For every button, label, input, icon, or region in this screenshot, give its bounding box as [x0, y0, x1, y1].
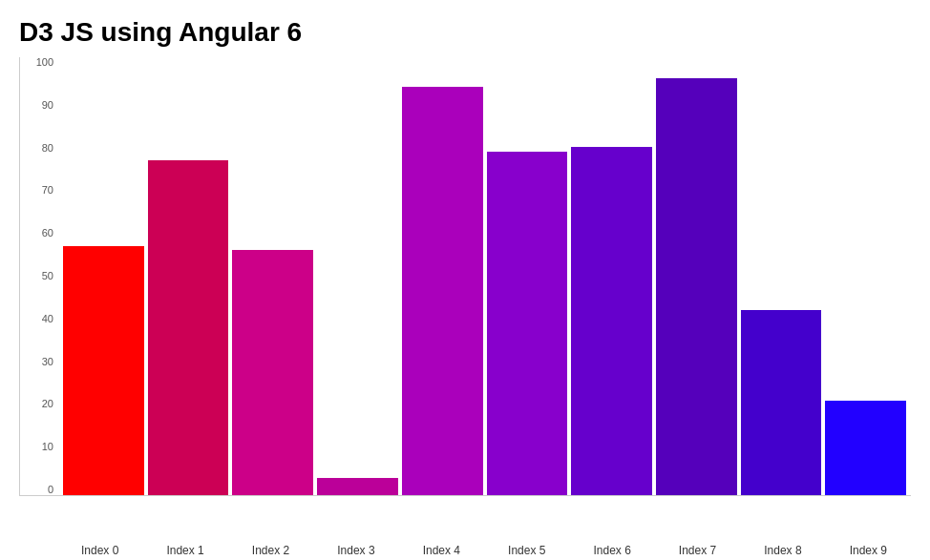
x-label-4: Index 4	[399, 544, 484, 557]
y-tick: 40	[20, 314, 58, 324]
bar-group	[487, 152, 568, 495]
x-label-5: Index 5	[484, 544, 569, 557]
bar[interactable]	[317, 478, 398, 495]
bar-group	[148, 160, 229, 495]
x-label-1: Index 1	[142, 544, 227, 557]
y-tick: 60	[20, 228, 58, 239]
x-label-7: Index 7	[655, 544, 740, 557]
x-label-0: Index 0	[57, 544, 142, 557]
bar[interactable]	[825, 401, 906, 495]
x-label-9: Index 9	[826, 544, 911, 557]
y-tick: 50	[20, 271, 58, 281]
bar[interactable]	[148, 160, 229, 495]
chart-area: 0102030405060708090100	[19, 57, 911, 496]
y-tick: 0	[20, 485, 58, 495]
bar-group	[402, 87, 483, 495]
bar-group	[656, 78, 737, 495]
bar-group	[317, 478, 398, 495]
bar[interactable]	[232, 250, 313, 495]
page-title: D3 JS using Angular 6	[0, 0, 930, 57]
bars-wrapper	[58, 57, 911, 495]
y-tick: 100	[20, 57, 58, 68]
bar-group	[571, 147, 652, 495]
x-label-8: Index 8	[740, 544, 825, 557]
bar-group	[741, 310, 822, 495]
y-tick: 90	[20, 100, 58, 111]
y-tick: 70	[20, 185, 58, 196]
x-label-2: Index 2	[228, 544, 313, 557]
bar-group	[232, 250, 313, 495]
x-label-6: Index 6	[569, 544, 654, 557]
y-axis: 0102030405060708090100	[20, 57, 58, 495]
y-tick: 80	[20, 143, 58, 154]
x-label-3: Index 3	[313, 544, 398, 557]
bar[interactable]	[63, 246, 144, 495]
bar[interactable]	[571, 147, 652, 495]
bar-group	[63, 246, 144, 495]
y-tick: 20	[20, 399, 58, 409]
bar[interactable]	[402, 87, 483, 495]
bar-group	[825, 401, 906, 495]
bar[interactable]	[656, 78, 737, 495]
bar[interactable]	[487, 152, 568, 495]
y-tick: 30	[20, 357, 58, 367]
chart-container: 0102030405060708090100	[0, 57, 930, 544]
bar[interactable]	[741, 310, 822, 495]
y-tick: 10	[20, 442, 58, 452]
